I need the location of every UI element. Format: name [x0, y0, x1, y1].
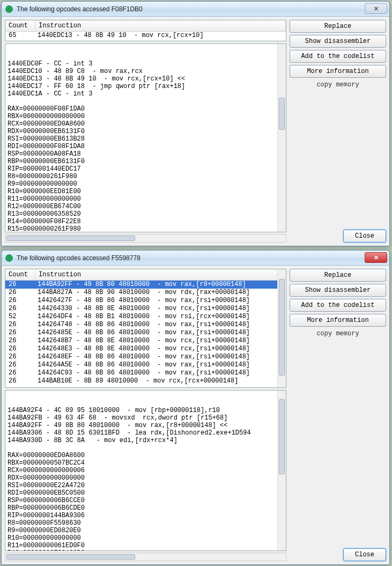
- app-icon: [5, 254, 13, 262]
- cell-instruction: 144264C93 - 48 8B 86 48010000 - mov rax,…: [35, 369, 286, 377]
- add-codelist-button[interactable]: Add to the codelist: [290, 299, 386, 312]
- cell-instruction: 14426485E - 48 8B 86 48010000 - mov rax,…: [35, 329, 286, 337]
- close-button[interactable]: Close: [343, 548, 386, 561]
- table-row[interactable]: 651440EDC13 - 48 8B 49 10 - mov rcx,[rcx…: [5, 32, 286, 40]
- window-title: The following opcodes accessed F08F1DB0: [17, 5, 143, 13]
- col-instruction[interactable]: Instruction: [35, 269, 286, 280]
- table-row[interactable]: 261442648EF - 48 8B 86 48010000 - mov ra…: [5, 353, 286, 361]
- show-disassembler-button[interactable]: Show disassembler: [290, 284, 386, 297]
- disassembly-text: 144BA92F4 - 4C 89 95 18010000 - mov [rbp…: [8, 407, 284, 551]
- titlebar[interactable]: The following opcodes accessed F5598778 …: [2, 251, 389, 266]
- window-title: The following opcodes accessed F5598778: [17, 254, 140, 262]
- app-icon: [5, 5, 13, 13]
- cell-count: 26: [5, 329, 35, 337]
- cell-count: 26: [5, 369, 35, 377]
- table-row[interactable]: 2614426485E - 48 8B 86 48010000 - mov ra…: [5, 329, 286, 337]
- cell-instruction: 144BA827A - 48 8B 90 48010000 - mov rdx,…: [35, 289, 286, 297]
- window-close-icon[interactable]: ✕: [365, 3, 387, 14]
- add-codelist-button[interactable]: Add to the codelist: [290, 50, 386, 63]
- cell-instruction: 1442648B7 - 48 8B 8E 48010000 - mov rcx,…: [35, 337, 286, 345]
- cell-count: 26: [5, 289, 35, 297]
- horizontal-scrollbar[interactable]: [5, 553, 286, 561]
- more-information-button[interactable]: More information: [290, 65, 386, 78]
- table-row[interactable]: 26144264330 - 48 8B 8E 48010000 - mov rc…: [5, 305, 286, 313]
- more-information-button[interactable]: More information: [290, 314, 386, 327]
- cell-count: 26: [5, 305, 35, 313]
- cell-count: 65: [5, 32, 35, 40]
- cell-count: 26: [5, 297, 35, 305]
- cell-count: 26: [5, 377, 35, 385]
- cell-instruction: 144264748 - 48 8B 86 48010000 - mov rax,…: [35, 321, 286, 329]
- table-row[interactable]: 26144BA827A - 48 8B 90 48010000 - mov rd…: [5, 289, 286, 297]
- cell-count: 26: [5, 337, 35, 345]
- cell-instruction: 1442648EF - 48 8B 86 48010000 - mov rax,…: [35, 353, 286, 361]
- list-header: Count Instruction: [5, 269, 286, 281]
- table-row[interactable]: 26144BAB10E - 8B 89 48010000 - mov rcx,[…: [5, 377, 286, 385]
- show-disassembler-button[interactable]: Show disassembler: [290, 35, 386, 48]
- replace-button[interactable]: Replace: [290, 269, 386, 282]
- cell-count: 26: [5, 281, 35, 289]
- window-close-icon[interactable]: ✕: [365, 252, 387, 263]
- disassembly-view[interactable]: 144BA92F4 - 4C 89 95 18010000 - mov [rbp…: [5, 390, 286, 551]
- col-count[interactable]: Count: [5, 269, 35, 280]
- cell-instruction: 1440EDC13 - 48 8B 49 10 - mov rcx,[rcx+1…: [35, 32, 286, 40]
- titlebar[interactable]: The following opcodes accessed F08F1DB0 …: [2, 2, 389, 17]
- cell-instruction: 1442648E3 - 48 8B 8E 48010000 - mov rcx,…: [35, 345, 286, 353]
- instruction-list[interactable]: Count Instruction 26144BA92FF - 49 8B 80…: [5, 269, 286, 388]
- cell-instruction: 144264DF4 - 48 8B B1 48010000 - mov rsi,…: [35, 313, 286, 321]
- table-row[interactable]: 26144264A5E - 48 8B 86 48010000 - mov ra…: [5, 361, 286, 369]
- cell-count: 52: [5, 313, 35, 321]
- opcode-window-1: The following opcodes accessed F08F1DB0 …: [1, 1, 390, 246]
- cell-instruction: 144BAB10E - 8B 89 48010000 - mov rcx,[rc…: [35, 377, 286, 385]
- col-count[interactable]: Count: [5, 20, 35, 31]
- disassembly-text: 1440EDC0F - CC - int 3 1440EDC10 - 48 89…: [8, 60, 284, 232]
- table-row[interactable]: 26144264748 - 48 8B 86 48010000 - mov ra…: [5, 321, 286, 329]
- cell-instruction: 144264A5E - 48 8B 86 48010000 - mov rax,…: [35, 361, 286, 369]
- cell-count: 26: [5, 353, 35, 361]
- cell-instruction: 144264330 - 48 8B 8E 48010000 - mov rcx,…: [35, 305, 286, 313]
- table-row[interactable]: 26144264C93 - 48 8B 86 48010000 - mov ra…: [5, 369, 286, 377]
- replace-button[interactable]: Replace: [290, 20, 386, 33]
- cell-count: 26: [5, 321, 35, 329]
- cell-instruction: 144BA92FF - 49 8B 80 48010000 - mov rax,…: [35, 281, 286, 289]
- cell-instruction: 14426427F - 48 8B 86 48010000 - mov rax,…: [35, 297, 286, 305]
- cell-count: 26: [5, 361, 35, 369]
- col-instruction[interactable]: Instruction: [35, 20, 286, 31]
- list-header: Count Instruction: [5, 20, 286, 32]
- table-row[interactable]: 261442648B7 - 48 8B 8E 48010000 - mov rc…: [5, 337, 286, 345]
- vertical-scrollbar[interactable]: [277, 269, 286, 387]
- vertical-scrollbar[interactable]: [277, 391, 286, 550]
- table-row[interactable]: 261442648E3 - 48 8B 8E 48010000 - mov rc…: [5, 345, 286, 353]
- copy-memory-link[interactable]: copy memory: [290, 329, 386, 337]
- horizontal-scrollbar[interactable]: [5, 234, 286, 242]
- disassembly-view[interactable]: 1440EDC0F - CC - int 3 1440EDC10 - 48 89…: [5, 43, 286, 232]
- opcode-window-2: The following opcodes accessed F5598778 …: [1, 250, 390, 565]
- table-row[interactable]: 52144264DF4 - 48 8B B1 48010000 - mov rs…: [5, 313, 286, 321]
- instruction-list[interactable]: Count Instruction 651440EDC13 - 48 8B 49…: [5, 20, 286, 41]
- close-button[interactable]: Close: [343, 230, 386, 242]
- copy-memory-link[interactable]: copy memory: [290, 80, 386, 89]
- vertical-scrollbar[interactable]: [277, 44, 286, 232]
- cell-count: 26: [5, 345, 35, 353]
- table-row[interactable]: 2614426427F - 48 8B 86 48010000 - mov ra…: [5, 297, 286, 305]
- table-row[interactable]: 26144BA92FF - 49 8B 80 48010000 - mov ra…: [5, 281, 286, 289]
